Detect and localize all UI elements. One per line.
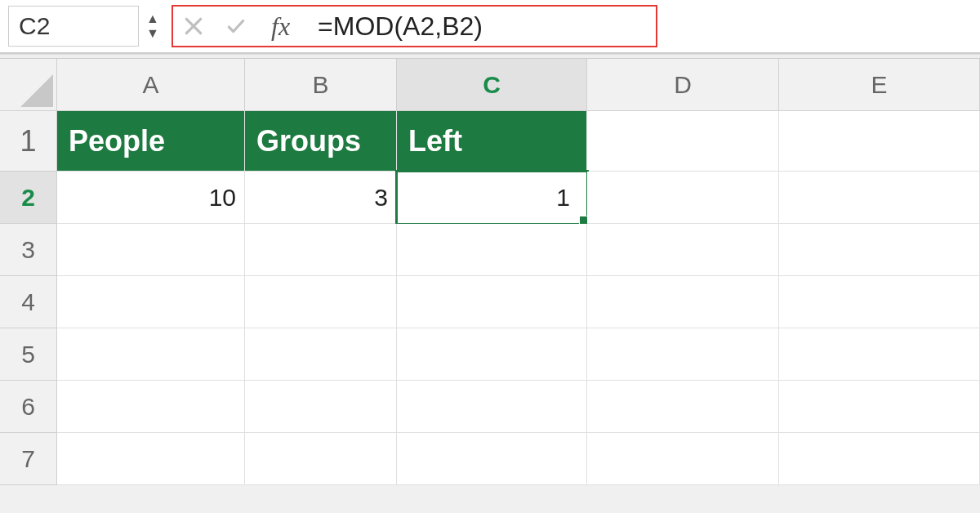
name-box[interactable]: C2	[8, 6, 139, 47]
cell-B3[interactable]	[245, 224, 397, 276]
cell-B7[interactable]	[245, 433, 397, 485]
cell-C6[interactable]	[397, 381, 587, 433]
cell-A4[interactable]	[57, 276, 245, 328]
cell-C2[interactable]: 1	[397, 172, 587, 224]
cell-B5[interactable]	[245, 328, 397, 381]
select-all-corner[interactable]	[0, 59, 57, 111]
cell-E1[interactable]	[779, 111, 980, 172]
cell-C2-value: 1	[556, 184, 570, 212]
cell-E4[interactable]	[779, 276, 980, 328]
cell-D1[interactable]	[587, 111, 779, 172]
cell-C5[interactable]	[397, 328, 587, 381]
cell-C1[interactable]: Left	[397, 111, 587, 172]
col-header-A[interactable]: A	[57, 59, 245, 111]
cell-C4[interactable]	[397, 276, 587, 328]
cell-A2-value: 10	[209, 184, 236, 212]
cell-B4[interactable]	[245, 276, 397, 328]
cell-D5[interactable]	[587, 328, 779, 381]
cell-C7[interactable]	[397, 433, 587, 485]
formula-editor: fx	[172, 5, 657, 47]
formula-bar: C2 ▲ ▼ fx	[0, 0, 980, 54]
confirm-icon[interactable]	[224, 16, 248, 37]
cell-D3[interactable]	[587, 224, 779, 276]
name-box-value: C2	[19, 12, 50, 40]
cancel-icon[interactable]	[183, 16, 204, 37]
row-header-7[interactable]: 7	[0, 433, 57, 485]
row-header-2[interactable]: 2	[0, 172, 57, 224]
cell-B2[interactable]: 3	[245, 172, 397, 224]
cell-B1[interactable]: Groups	[245, 111, 397, 172]
row-header-3[interactable]: 3	[0, 224, 57, 276]
cell-C3[interactable]	[397, 224, 587, 276]
cell-D4[interactable]	[587, 276, 779, 328]
cell-E6[interactable]	[779, 381, 980, 433]
cell-A2[interactable]: 10	[57, 172, 245, 224]
cell-A6[interactable]	[57, 381, 245, 433]
cell-A1-value: People	[69, 124, 165, 158]
cell-C1-value: Left	[408, 124, 462, 158]
cell-B1-value: Groups	[256, 124, 361, 158]
cell-E2[interactable]	[779, 172, 980, 224]
col-header-D[interactable]: D	[587, 59, 779, 111]
cell-A3[interactable]	[57, 224, 245, 276]
formula-input[interactable]	[318, 11, 646, 42]
row-header-5[interactable]: 5	[0, 328, 57, 381]
cell-B6[interactable]	[245, 381, 397, 433]
col-header-C[interactable]: C	[397, 59, 587, 111]
cell-A5[interactable]	[57, 328, 245, 381]
spreadsheet-grid: A B C D E 1 People Groups Left 2 10 3 1 …	[0, 59, 980, 485]
stepper-down-icon[interactable]: ▼	[146, 27, 159, 40]
cell-E3[interactable]	[779, 224, 980, 276]
row-header-1[interactable]: 1	[0, 111, 57, 172]
col-header-B[interactable]: B	[245, 59, 397, 111]
stepper-up-icon[interactable]: ▲	[146, 12, 159, 25]
cell-B2-value: 3	[374, 184, 388, 212]
cell-D2[interactable]	[587, 172, 779, 224]
cell-A1[interactable]: People	[57, 111, 245, 172]
name-box-stepper[interactable]: ▲ ▼	[142, 6, 163, 47]
col-header-E[interactable]: E	[779, 59, 980, 111]
cell-E5[interactable]	[779, 328, 980, 381]
cell-A7[interactable]	[57, 433, 245, 485]
cell-E7[interactable]	[779, 433, 980, 485]
cell-D6[interactable]	[587, 381, 779, 433]
fx-icon[interactable]: fx	[271, 11, 290, 42]
row-header-6[interactable]: 6	[0, 381, 57, 433]
cell-D7[interactable]	[587, 433, 779, 485]
row-header-4[interactable]: 4	[0, 276, 57, 328]
